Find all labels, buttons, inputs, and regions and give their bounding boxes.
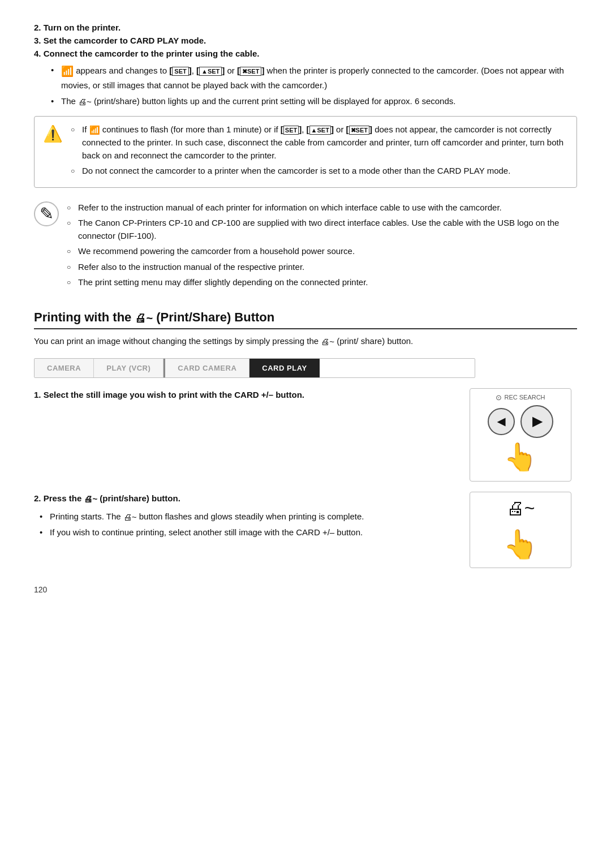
bullet-1: 📶 appears and changes to [SET], [▲SET] o…	[51, 64, 577, 92]
step2-text: 2. Press the 🖨~ (print/share) button. Pr…	[34, 492, 447, 544]
tab-camera[interactable]: CAMERA	[35, 359, 94, 377]
note-item-3: We recommend powering the camcorder from…	[67, 245, 577, 258]
step1-bold: Select the still image you wish to print…	[44, 390, 304, 399]
step1-number: 1.	[34, 390, 41, 399]
step1-image: ⊙ REC SEARCH ◀ ▶ 👆	[464, 388, 577, 482]
tab-card-play[interactable]: CARD PLAY	[249, 359, 319, 377]
warning-circles: If 📶 continues to flash (for more than 1…	[71, 123, 569, 181]
warning-icon: ⚠️	[42, 124, 63, 143]
step2-bullet-1: Printing starts. The 🖨~ button flashes a…	[40, 510, 447, 523]
step2-label: 2. Turn on the printer.	[34, 23, 121, 32]
hand-icon-step2: 👆	[503, 528, 538, 561]
step2-bullets: Printing starts. The 🖨~ button flashes a…	[40, 510, 447, 539]
rec-search-icon: ⊙	[496, 393, 502, 402]
rec-search-label: ⊙ REC SEARCH	[476, 393, 565, 402]
print-share-symbol: 🖨~	[506, 498, 535, 519]
rec-search-box: ⊙ REC SEARCH ◀ ▶ 👆	[470, 388, 571, 482]
step2-image: 🖨~ 👆	[464, 492, 577, 568]
step2-number: 2.	[34, 493, 41, 503]
rec-buttons: ◀ ▶	[476, 405, 565, 438]
page-number: 120	[34, 585, 577, 594]
step1-row: 1. Select the still image you wish to pr…	[34, 388, 577, 482]
step3-label: 3. Set the camcorder to CARD PLAY mode.	[34, 36, 206, 45]
top-steps: 2. Turn on the printer. 3. Set the camco…	[34, 23, 577, 58]
step4-bullets: 📶 appears and changes to [SET], [▲SET] o…	[51, 64, 577, 108]
step1-text: 1. Select the still image you wish to pr…	[34, 388, 447, 402]
section-intro: You can print an image without changing …	[34, 335, 577, 348]
warning-item-2: Do not connect the camcorder to a printe…	[71, 165, 569, 178]
note-box: ✎ Refer to the instruction manual of eac…	[34, 196, 577, 298]
step2-bullet-2: If you wish to continue printing, select…	[40, 526, 447, 539]
note-item-4: Refer also to the instruction manual of …	[67, 261, 577, 274]
step2-row: 2. Press the 🖨~ (print/share) button. Pr…	[34, 492, 577, 568]
tab-card-camera[interactable]: CARD CAMERA	[165, 359, 249, 377]
note-icon: ✎	[34, 201, 59, 226]
section-title: Printing with the 🖨~ (Print/Share) Butto…	[34, 310, 577, 329]
print-share-box: 🖨~ 👆	[470, 492, 571, 568]
note-item-2: The Canon CP-Printers CP-10 and CP-100 a…	[67, 217, 577, 242]
mode-bar: CAMERA PLAY (VCR) CARD CAMERA CARD PLAY	[34, 358, 475, 378]
step4-label: 4. Connect the camcorder to the printer …	[34, 49, 259, 58]
warning-box: ⚠️ If 📶 continues to flash (for more tha…	[34, 116, 577, 188]
bullet-2: The 🖨~ (print/share) button lights up an…	[51, 95, 577, 108]
note-circles: Refer to the instruction manual of each …	[67, 201, 577, 292]
note-item-1: Refer to the instruction manual of each …	[67, 201, 577, 214]
hand-icon-step1: 👆	[476, 441, 565, 473]
minus-button[interactable]: ◀	[488, 408, 515, 435]
warning-item-1: If 📶 continues to flash (for more than 1…	[71, 123, 569, 162]
plus-button[interactable]: ▶	[520, 405, 553, 438]
note-item-5: The print setting menu may differ slight…	[67, 276, 577, 289]
tab-play-vcr[interactable]: PLAY (VCR)	[94, 359, 163, 377]
